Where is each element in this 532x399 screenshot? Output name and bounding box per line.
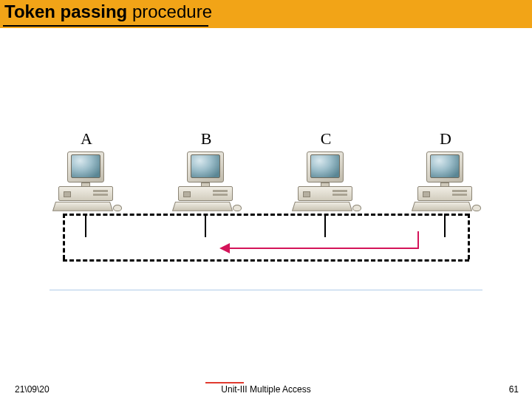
ring-segment-right: [468, 214, 470, 259]
token-ring-diagram: A B: [50, 129, 482, 284]
token-arrow-origin: [417, 231, 419, 249]
station-a-label: A: [50, 129, 123, 149]
station-c-label: C: [289, 129, 363, 149]
computer-icon: [409, 151, 482, 218]
ring-segment-top: [63, 214, 469, 216]
ring-segment-bottom: [63, 259, 469, 262]
station-c: C: [289, 129, 363, 218]
token-arrow-line: [227, 248, 419, 249]
ring-segment-left: [63, 214, 65, 259]
station-a: A: [50, 129, 123, 218]
footer-accent-bar: [205, 382, 244, 383]
title-bar: Token passing procedure: [0, 0, 532, 28]
footer-page-number: 61: [509, 384, 519, 395]
title-underline: [3, 25, 208, 27]
footer-center-text: Unit-III Multiple Access: [0, 384, 532, 395]
computer-icon: [50, 151, 123, 218]
slide-footer: 21\09\20 Unit-III Multiple Access 61: [0, 380, 532, 399]
slide-root: Token passing procedure A B: [0, 0, 532, 399]
diagram-baseline: [50, 290, 482, 290]
slide-title: Token passing procedure: [4, 1, 212, 22]
title-regular: procedure: [127, 1, 212, 21]
computer-icon: [169, 151, 243, 218]
token-arrow-head-icon: [219, 243, 230, 253]
computer-icon: [289, 151, 363, 218]
station-b-label: B: [169, 129, 243, 149]
station-d-label: D: [409, 129, 482, 149]
station-b: B: [169, 129, 243, 218]
title-bold: Token passing: [4, 1, 127, 21]
station-d: D: [409, 129, 482, 218]
